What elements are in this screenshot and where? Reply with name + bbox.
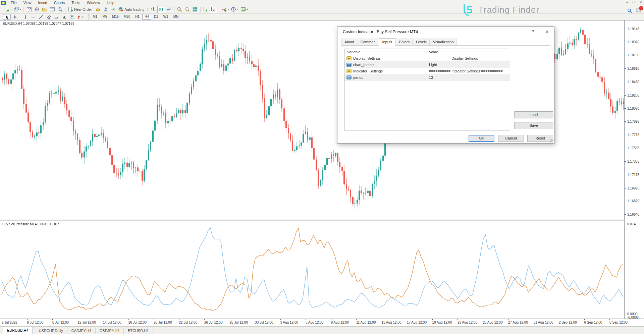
timeframe-button-h1[interactable]: H1 [133, 14, 142, 20]
bar-chart-mode-button[interactable] [150, 6, 157, 13]
menu-item-view[interactable]: View [20, 0, 35, 5]
menu-item-window[interactable]: Window [84, 0, 103, 5]
dialog-tab-colors[interactable]: Colors [396, 39, 413, 45]
dialog-tab-about[interactable]: About [341, 39, 357, 45]
search-icon[interactable] [627, 8, 632, 13]
menu-item-tools[interactable]: Tools [68, 0, 84, 5]
data-window-button[interactable] [33, 6, 41, 13]
dialog-tab-common[interactable]: Common [358, 39, 379, 45]
dialog-close-button[interactable]: ✕ [541, 27, 553, 36]
input-row-chart-theme[interactable]: 123chart_themeLight [344, 62, 510, 68]
value-cell[interactable]: ========== Indicator Settings ========== [427, 68, 510, 74]
reset-button[interactable]: Reset [527, 135, 553, 142]
dialog-tab-inputs[interactable]: Inputs [379, 38, 395, 46]
price-label: 1.18070 [627, 107, 639, 110]
text-tool-button[interactable]: A [60, 14, 68, 20]
menu-item-file[interactable]: File [7, 0, 20, 5]
trendline-tool-button[interactable] [37, 14, 45, 20]
toolbar-grip[interactable] [1, 14, 2, 20]
line-chart-mode-button[interactable] [165, 6, 173, 13]
timeframe-button-h4[interactable]: H4 [142, 14, 151, 20]
auto-scroll-button[interactable] [202, 6, 210, 13]
toolbar-grip[interactable] [147, 7, 149, 12]
chart-tab-gbpjpy-h4[interactable]: GBPJPY,H4 [96, 328, 124, 334]
arrows-tool-button[interactable]: ▾ [75, 14, 85, 20]
vertical-line-tool-button[interactable] [21, 14, 29, 20]
chart-title: EURUSD,H4 1.07058 1.07188 1.07047 1.0716… [3, 22, 74, 25]
input-row-period[interactable]: 123period13 [344, 74, 510, 81]
close-button[interactable]: ✕ [639, 1, 642, 4]
timeframe-button-m1[interactable]: M1 [91, 14, 100, 20]
timeframe-button-m30[interactable]: M30 [121, 14, 132, 20]
menu-item-charts[interactable]: Charts [51, 0, 68, 5]
chart-tab-cadjpy-h4[interactable]: CADJPY,H4 [67, 328, 96, 334]
chat-button[interactable]: 1 [636, 8, 641, 13]
tile-windows-button[interactable] [191, 6, 199, 13]
indicator-canvas[interactable] [0, 221, 625, 319]
chart-tab-usdchf-daily[interactable]: USDCHF,Daily [35, 328, 67, 334]
time-tick [27, 319, 28, 320]
time-tick [78, 319, 78, 320]
load-button[interactable]: Load [514, 111, 553, 118]
restore-button[interactable]: ❐ [632, 1, 635, 4]
timeframe-button-m5[interactable]: M5 [100, 14, 109, 20]
channel-tool-button[interactable]: E [45, 14, 52, 20]
alerts-button[interactable] [109, 6, 117, 13]
metaeditor-button[interactable] [94, 6, 102, 13]
variable-cell: 123period [344, 74, 427, 80]
resize-grip-icon[interactable] [550, 139, 553, 143]
new-order-button[interactable]: New Order [67, 6, 94, 13]
value-cell[interactable]: 13 [427, 74, 510, 80]
dialog-tab-levels[interactable]: Levels [413, 39, 430, 45]
menu-item-help[interactable]: Help [103, 0, 118, 5]
candlestick-mode-button[interactable] [157, 6, 165, 13]
variable-name: chart_theme [353, 62, 374, 68]
time-tick [280, 319, 281, 320]
navigator-button[interactable] [41, 6, 48, 13]
chart-tab-eurusd-h4[interactable]: EURUSD,H4 [3, 327, 33, 334]
timeframe-button-w1[interactable]: W1 [161, 14, 171, 20]
dialog-tab-visualization[interactable]: Visualization [430, 39, 457, 45]
value-cell[interactable]: Light [427, 62, 510, 68]
price-scale[interactable]: 1.191451.189701.187901.186101.184301.182… [624, 20, 644, 327]
crosshair-tool-button[interactable] [11, 14, 18, 20]
profiles-button[interactable]: ▾ [13, 6, 22, 13]
minimize-button[interactable]: – [626, 1, 628, 4]
zoom-in-button[interactable] [176, 6, 183, 13]
save-button[interactable]: Save [514, 122, 553, 129]
input-row-display-settings[interactable]: abDisplay_Settings========== Display Set… [344, 55, 510, 62]
ok-button[interactable]: OK [469, 135, 494, 142]
indicator-pane[interactable]: Buy Sell Pressure MT4 0.0031 0.0107 [0, 221, 625, 319]
svg-text:A: A [63, 15, 66, 19]
input-row-indicator-settings[interactable]: abIndicator_Settings========== Indicator… [344, 68, 510, 74]
toolbar-grip[interactable] [88, 14, 90, 20]
time-label: 25 Aug 12:00 [483, 321, 503, 324]
autotrading-button[interactable]: AutoTrading [117, 6, 147, 13]
chart-shift-button[interactable] [210, 6, 217, 13]
market-watch-button[interactable] [25, 6, 33, 13]
text-label-tool-button[interactable]: T [68, 14, 75, 20]
horizontal-line-tool-button[interactable] [29, 14, 37, 20]
templates-button[interactable]: ▾ [239, 6, 249, 13]
terminal-button[interactable] [48, 6, 56, 13]
timeframe-button-d1[interactable]: D1 [152, 14, 161, 20]
periods-button[interactable]: ▾ [230, 6, 239, 13]
zoom-out-button[interactable] [183, 6, 191, 13]
new-chart-button[interactable]: ▾ [3, 6, 13, 13]
dialog-help-button[interactable]: ? [527, 27, 539, 36]
chart-tab-btcusd-h1[interactable]: BTCUSD,H1 [124, 328, 153, 334]
strategy-tester-button[interactable] [56, 6, 64, 13]
time-label: 3 Aug 12:00 [280, 321, 298, 324]
menu-item-insert[interactable]: Insert [35, 0, 51, 5]
indicators-button[interactable]: ▾ [220, 6, 230, 13]
cancel-button[interactable]: Cancel [498, 135, 524, 142]
dialog-title-bar[interactable]: Custom Indicator - Buy Sell Pressure MT4… [337, 27, 554, 37]
time-axis[interactable]: 2 Jul 20216 Jul 12:008 Jul 12:0012 Jul 1… [0, 319, 644, 326]
timeframe-button-mn[interactable]: MN [171, 14, 181, 20]
toolbar-grip[interactable] [1, 7, 2, 12]
value-cell[interactable]: ========== Display Settings ========== [427, 55, 510, 61]
community-button[interactable] [102, 6, 109, 13]
timeframe-button-m15[interactable]: M15 [110, 14, 121, 20]
fibonacci-tool-button[interactable]: F [52, 14, 60, 20]
cursor-tool-button[interactable] [3, 14, 11, 20]
